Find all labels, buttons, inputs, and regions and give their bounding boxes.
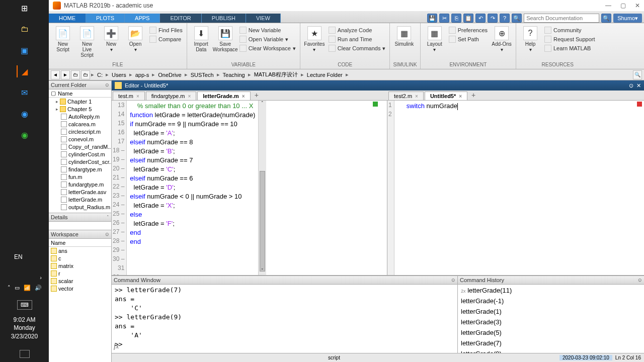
history-item[interactable]: letterGrade(7) [461,338,641,349]
clear-workspace-button[interactable]: Clear Workspace ▾ [238,44,297,52]
redo-qat-icon[interactable]: ↷ [488,14,498,23]
file-item[interactable]: circlescript.m [49,128,111,135]
addr-sustech[interactable]: SUSTech [189,72,216,78]
file-item[interactable]: letterGrade.asv [49,188,111,196]
file-item[interactable]: Copy_of_randM... [49,143,111,150]
save-workspace-button[interactable]: 💾Save Workspace [214,26,236,52]
editor-tab[interactable]: test2.m× [388,92,424,100]
tab-publish[interactable]: PUBLISH [202,14,246,23]
back-button[interactable]: ◄ [51,70,60,79]
command-window-header[interactable]: Command Window⊙ [112,276,457,285]
analyze-code-button[interactable]: Analyze Code [328,26,387,34]
expand-icon[interactable]: › [40,275,42,281]
command-window[interactable]: >> letterGrade(7) ans = 'C' >> letterGra… [112,285,457,353]
set-path-button[interactable]: Set Path [448,35,489,43]
cf-name-header[interactable]: Name [58,90,72,97]
workspace-var[interactable]: vector [49,285,111,292]
workspace-header[interactable]: Workspace⊙ [49,230,111,239]
addr-search-icon[interactable]: 🔍 [633,70,642,79]
wechat-icon[interactable]: ◉ [19,129,31,141]
new-variable-button[interactable]: New Variable [238,26,297,34]
panel-menu-icon[interactable]: ⊙ [105,82,109,87]
copy-qat-icon[interactable]: ⎘ [451,14,461,23]
save-qat-icon[interactable]: 💾 [427,14,437,23]
addr-users[interactable]: Users [110,72,128,78]
start-icon[interactable]: ⊞ [19,2,31,14]
up-button[interactable]: 🗀 [71,70,80,79]
open-variable-button[interactable]: Open Variable ▾ [238,35,297,43]
store-icon[interactable]: ▣ [19,44,31,56]
tab-close-icon[interactable]: × [188,94,191,99]
tab-home[interactable]: HOME [49,14,86,23]
tab-close-icon[interactable]: × [415,94,418,99]
workspace-var[interactable]: matrix [49,262,111,269]
new-live-script-button[interactable]: 📄New Live Script [76,26,98,58]
wifi-icon[interactable]: 📶 [24,285,31,291]
addr-teaching[interactable]: Teaching [221,72,247,78]
editor-tab[interactable]: letterGrade.m× [197,92,250,100]
search-documentation-input[interactable] [524,14,599,23]
workspace-var[interactable]: ans [49,247,111,254]
editor-tab[interactable]: Untitled5*× [425,92,467,100]
layout-button[interactable]: ▦Layout▾ [424,26,446,52]
history-item[interactable]: letterGrade(-1) [461,296,641,307]
simulink-button[interactable]: ▦Simulink [393,26,415,47]
find-files-button[interactable]: Find Files [148,26,184,34]
addr-apps[interactable]: app-s [133,72,151,78]
addr-lecture[interactable]: Lecture Folder [305,72,345,78]
search-go-icon[interactable]: 🔍 [601,14,611,23]
addr-c[interactable]: C: [95,72,105,78]
tab-apps[interactable]: APPS [125,14,160,23]
request-support-button[interactable]: Request Support [543,35,596,43]
workspace-var[interactable]: scalar [49,277,111,285]
current-folder-list[interactable]: ▸Chapter 1▸Chapter 5AutoReply.mcalcarea.… [49,98,111,213]
new-tab-button[interactable]: + [468,90,478,100]
command-history[interactable]: 2x letterGrade(11) letterGrade(-1) lette… [458,285,644,353]
browse-button[interactable]: 🗀 [81,70,90,79]
editor-dock-icon[interactable]: ⊙ [629,82,633,89]
keyboard-icon[interactable]: ⌨ [17,300,32,310]
file-item[interactable]: fundargtype.m [49,180,111,188]
paste-qat-icon[interactable]: 📋 [463,14,473,23]
tray-up-icon[interactable]: ˄ [8,285,11,291]
history-item[interactable]: 2x letterGrade(11) [461,286,641,296]
close-button[interactable]: ✕ [635,2,640,9]
history-item[interactable]: letterGrade(1) [461,307,641,317]
file-item[interactable]: findargtype.m [49,165,111,173]
clock[interactable]: 9:02 AM Monday 3/23/2020 [2,316,47,341]
ws-menu-icon[interactable]: ⊙ [105,232,109,237]
import-data-button[interactable]: ⬇Import Data [190,26,212,52]
preferences-button[interactable]: Preferences [448,26,489,34]
file-item[interactable]: cylinderCost_scr... [49,158,111,165]
compare-button[interactable]: Compare [148,35,184,43]
command-history-header[interactable]: Command History⊙ [458,276,644,285]
file-item[interactable]: calcarea.m [49,120,111,128]
code-editor-right[interactable]: 12 switch numGrade [387,101,644,275]
favorites-button[interactable]: ★Favorites▾ [303,26,326,52]
new-tab-button[interactable]: + [252,90,262,100]
tab-view[interactable]: VIEW [246,14,281,23]
battery-icon[interactable]: ▭ [15,285,20,291]
file-item[interactable]: fun.m [49,173,111,180]
tab-close-icon[interactable]: × [459,94,462,99]
scrollbar-v[interactable]: ˄ ˅ [258,101,266,275]
maximize-button[interactable]: ▢ [620,2,626,9]
details-header[interactable]: Details˄ [49,213,111,222]
run-and-time-button[interactable]: Run and Time [328,35,387,43]
clear-commands-button[interactable]: Clear Commands ▾ [328,44,387,52]
community-button[interactable]: Community [543,26,596,34]
workspace-var[interactable]: c [49,254,111,262]
addons-button[interactable]: ⊕Add-Ons▾ [491,26,513,52]
file-item[interactable]: ▸Chapter 1 [49,98,111,105]
addr-matlab[interactable]: MATLAB程序设计 [252,71,300,78]
history-item[interactable]: letterGrade(3) [461,317,641,328]
file-item[interactable]: AutoReply.m [49,113,111,120]
undo-qat-icon[interactable]: ↶ [475,14,486,23]
user-menu[interactable]: Shumo ▾ [613,14,642,23]
editor-tab[interactable]: test.m× [113,92,145,100]
notifications-icon[interactable] [20,350,30,358]
file-item[interactable]: output_Radius.m [49,203,111,211]
minimize-button[interactable]: — [605,2,611,9]
file-item[interactable]: letterGrade.m [49,196,111,203]
explorer-icon[interactable]: 🗀 [19,23,31,35]
